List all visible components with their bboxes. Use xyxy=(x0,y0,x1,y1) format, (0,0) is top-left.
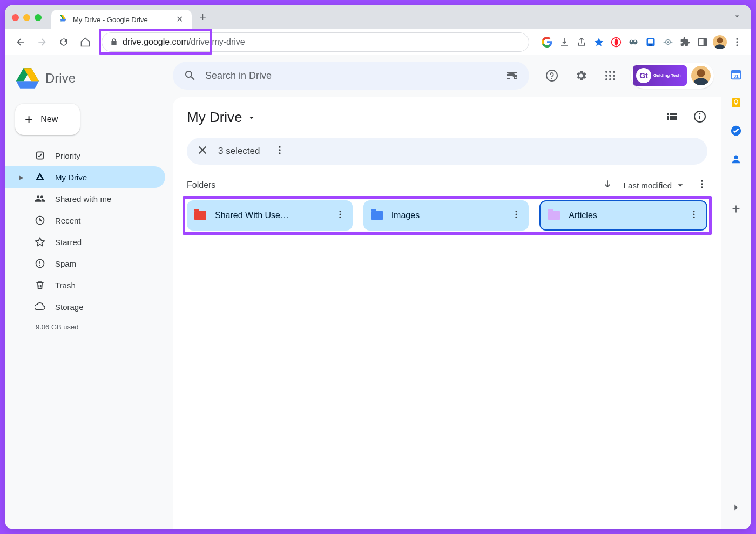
nav-priority[interactable]: ▶ Priority xyxy=(5,145,165,166)
svg-point-47 xyxy=(701,183,703,185)
search-box[interactable]: Search in Drive xyxy=(173,62,529,90)
home-button[interactable] xyxy=(76,32,95,52)
svg-point-56 xyxy=(693,214,695,215)
nav-my-drive[interactable]: ▶ My Drive xyxy=(5,166,165,188)
get-addons-button[interactable] xyxy=(730,202,742,215)
nav-storage[interactable]: ▶ Storage xyxy=(5,296,165,317)
svg-point-8 xyxy=(634,40,636,42)
reload-button[interactable] xyxy=(54,32,73,52)
selection-more-button[interactable] xyxy=(274,145,285,158)
svg-point-43 xyxy=(279,146,280,148)
contacts-addon-icon[interactable] xyxy=(730,152,742,165)
divider xyxy=(730,184,742,184)
tasks-addon-icon[interactable] xyxy=(730,124,742,137)
search-icon xyxy=(184,69,197,82)
maximize-window-button[interactable] xyxy=(35,14,42,21)
expand-caret-icon[interactable]: ▶ xyxy=(19,174,25,180)
bookmark-star-icon[interactable] xyxy=(591,34,607,50)
folder-more-button[interactable] xyxy=(335,209,345,221)
list-view-button[interactable] xyxy=(664,109,679,124)
svg-point-57 xyxy=(693,217,695,218)
nav-trash[interactable]: ▶ Trash xyxy=(5,274,165,296)
sort-by-button[interactable]: Last modified xyxy=(624,180,686,191)
breadcrumb[interactable]: My Drive xyxy=(187,109,707,126)
extension-icon-1[interactable] xyxy=(625,34,642,50)
lock-icon xyxy=(110,38,118,46)
calendar-addon-icon[interactable]: 31 xyxy=(730,68,742,81)
tab-title: My Drive - Google Drive xyxy=(73,16,170,24)
tabs-overflow-button[interactable] xyxy=(732,11,742,23)
help-button[interactable] xyxy=(540,64,564,87)
svg-point-50 xyxy=(339,214,341,215)
brand-name: Guiding Tech xyxy=(653,73,681,78)
extension-icon-2[interactable] xyxy=(643,34,659,50)
keep-addon-icon[interactable] xyxy=(730,96,742,109)
svg-point-33 xyxy=(605,75,608,77)
nav-shared-with-me[interactable]: ▶ Shared with me xyxy=(5,188,165,209)
nav-starred[interactable]: ▶ Starred xyxy=(5,231,165,253)
folder-icon xyxy=(548,211,560,220)
minimize-window-button[interactable] xyxy=(23,14,30,21)
svg-point-49 xyxy=(339,211,341,212)
folder-more-button[interactable] xyxy=(511,209,521,221)
profile-avatar[interactable] xyxy=(712,34,728,50)
folder-more-button[interactable] xyxy=(689,209,699,221)
folder-card[interactable]: Images xyxy=(363,200,529,231)
new-button[interactable]: + New xyxy=(15,104,80,135)
info-button[interactable] xyxy=(692,109,707,124)
brand-logo-icon: Gt xyxy=(636,68,651,83)
close-window-button[interactable] xyxy=(12,14,19,21)
opera-extension-icon[interactable] xyxy=(608,34,624,50)
svg-rect-59 xyxy=(732,71,741,73)
folder-card[interactable]: Shared With Use… xyxy=(187,200,353,231)
share-icon[interactable] xyxy=(573,34,590,50)
sort-direction-button[interactable] xyxy=(602,179,613,192)
forward-button[interactable] xyxy=(32,32,52,52)
drive-favicon xyxy=(59,14,68,25)
svg-point-55 xyxy=(693,211,695,212)
folders-header: Folders Last modified xyxy=(187,179,707,192)
account-chip[interactable]: Gt Guiding Tech xyxy=(631,63,714,89)
svg-point-31 xyxy=(609,71,611,73)
google-icon[interactable] xyxy=(539,34,555,50)
close-tab-button[interactable]: ✕ xyxy=(175,14,184,25)
back-button[interactable] xyxy=(11,32,30,52)
new-tab-button[interactable]: + xyxy=(199,10,206,24)
svg-point-13 xyxy=(667,41,669,43)
account-brand-badge: Gt Guiding Tech xyxy=(633,65,687,86)
folder-name: Articles xyxy=(569,211,680,220)
address-bar[interactable]: drive.google.com/drive/my-drive xyxy=(102,32,529,52)
svg-point-29 xyxy=(546,70,557,81)
browser-tab[interactable]: My Drive - Google Drive ✕ xyxy=(51,10,192,29)
svg-point-44 xyxy=(279,149,280,151)
user-avatar[interactable] xyxy=(691,66,711,85)
selection-count: 3 selected xyxy=(218,146,260,157)
browser-menu-button[interactable] xyxy=(729,34,745,50)
chevron-down-icon xyxy=(247,113,256,123)
folders-more-button[interactable] xyxy=(697,179,707,192)
apps-button[interactable] xyxy=(598,64,622,87)
extension-icon-3[interactable] xyxy=(660,34,676,50)
svg-point-34 xyxy=(609,75,611,77)
folder-name: Images xyxy=(392,211,503,220)
nav-spam[interactable]: ▶ Spam xyxy=(5,253,165,274)
nav-list: ▶ Priority ▶ My Drive ▶ Shared with me ▶ xyxy=(5,145,173,317)
folder-card[interactable]: Articles xyxy=(539,200,707,231)
nav-label: Priority xyxy=(55,151,80,160)
svg-marker-22 xyxy=(16,81,39,89)
search-options-icon[interactable] xyxy=(505,69,518,82)
new-button-label: New xyxy=(40,114,58,124)
svg-point-16 xyxy=(717,37,723,43)
drive-logo[interactable]: Drive xyxy=(5,62,173,95)
clear-selection-button[interactable] xyxy=(197,144,208,158)
svg-rect-63 xyxy=(735,103,737,105)
settings-button[interactable] xyxy=(569,64,593,87)
sidepanel-button[interactable] xyxy=(694,34,711,50)
tab-bar: My Drive - Google Drive ✕ + xyxy=(5,5,751,29)
nav-recent[interactable]: ▶ Recent xyxy=(5,209,165,231)
chevron-down-icon xyxy=(675,180,686,191)
side-panel-toggle[interactable] xyxy=(730,502,742,516)
downloads-icon[interactable] xyxy=(556,34,572,50)
extensions-button[interactable] xyxy=(677,34,693,50)
side-panel: 31 xyxy=(721,55,751,529)
